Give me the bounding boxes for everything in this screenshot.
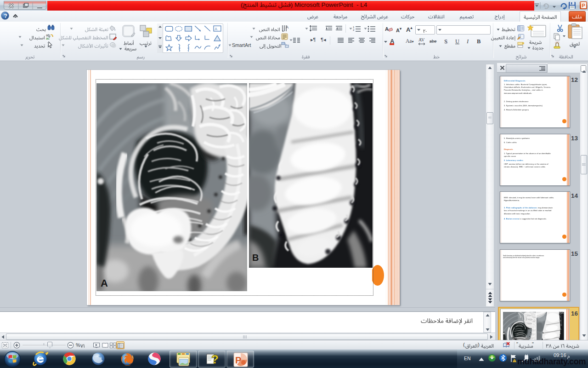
- svg-text:P: P: [235, 355, 241, 365]
- svg-text:A: A: [286, 25, 288, 29]
- svg-text:A: A: [385, 26, 389, 32]
- svg-text:ac: ac: [46, 36, 50, 40]
- svg-text:!: !: [514, 359, 515, 362]
- svg-text:2: 2: [353, 29, 355, 31]
- svg-text:?: ?: [211, 352, 219, 366]
- svg-text:A: A: [215, 27, 217, 31]
